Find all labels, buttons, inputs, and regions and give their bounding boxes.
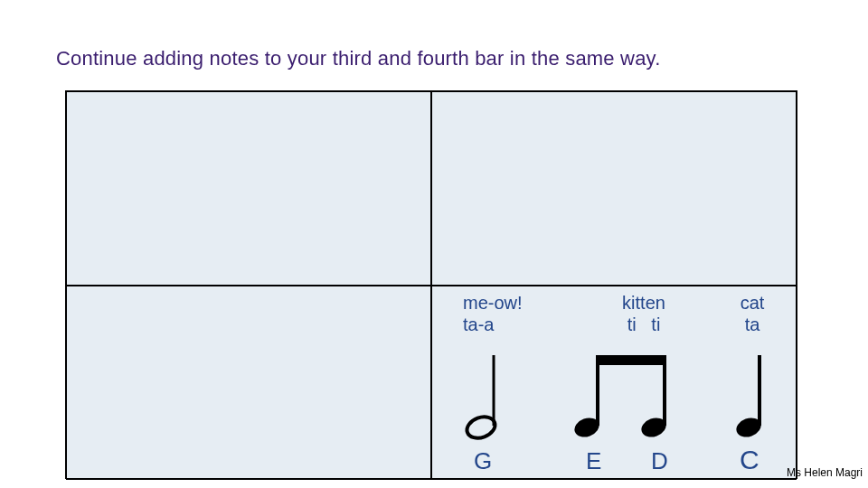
beat-2-labels: kitten ti ti bbox=[590, 292, 698, 335]
beat-2-rhythm: ti ti bbox=[627, 314, 661, 335]
letter-e: E bbox=[586, 447, 601, 475]
svg-rect-2 bbox=[596, 355, 666, 365]
bar-1-cell bbox=[66, 91, 431, 286]
beat-1-rhythm: ta-a bbox=[463, 314, 494, 335]
letter-c: C bbox=[740, 445, 760, 475]
bar4-labels-row: me-ow! ta-a kitten ti ti cat ta bbox=[432, 292, 796, 335]
letter-g: G bbox=[474, 447, 492, 475]
bar4-letters-row: G E D C bbox=[432, 448, 796, 475]
half-note-icon bbox=[459, 352, 505, 442]
quarter-note-icon bbox=[732, 352, 769, 442]
bar4-note-area bbox=[432, 352, 796, 442]
instruction-text: Continue adding notes to your third and … bbox=[56, 47, 661, 70]
beamed-eighth-notes-icon bbox=[572, 352, 672, 442]
beat-1-word: me-ow! bbox=[463, 292, 523, 314]
beat-3-word: cat bbox=[741, 292, 765, 314]
beat-3-labels: cat ta bbox=[716, 292, 788, 335]
letter-d: D bbox=[651, 447, 668, 475]
bars-grid: me-ow! ta-a kitten ti ti cat ta bbox=[65, 90, 797, 479]
author-credit: Ms Helen Magri bbox=[787, 466, 863, 479]
beat-3-rhythm: ta bbox=[745, 314, 760, 335]
beat-2-word: kitten bbox=[622, 292, 665, 314]
bar-2-cell bbox=[431, 91, 797, 286]
bar-4-cell: me-ow! ta-a kitten ti ti cat ta bbox=[431, 286, 797, 480]
bar-3-cell bbox=[66, 286, 431, 480]
beat-1-labels: me-ow! ta-a bbox=[463, 292, 580, 335]
